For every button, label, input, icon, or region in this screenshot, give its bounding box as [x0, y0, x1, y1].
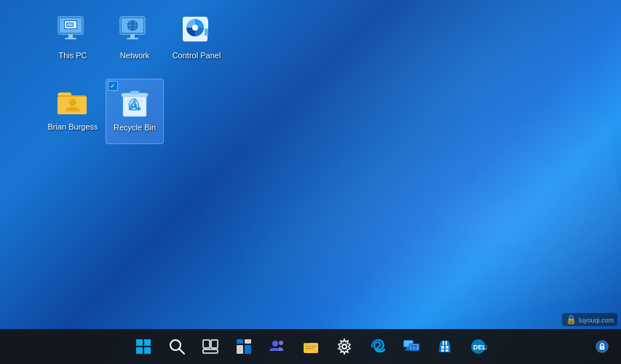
icon-row-2: Brian Burgess ✓ [44, 79, 226, 144]
brian-burgess-label: Brian Burgess [47, 122, 98, 132]
edge-icon [368, 336, 388, 357]
control-panel-label: Control Panel [173, 51, 221, 60]
widgets-button[interactable] [228, 331, 260, 363]
this-pc-label: This PC [58, 51, 87, 60]
svg-rect-65 [446, 346, 448, 349]
site-watermark: 🔒 luyouqi.com [562, 313, 617, 326]
desktop-icons-container: This PC [44, 7, 226, 144]
desktop-icon-this-pc[interactable]: This PC [44, 7, 102, 73]
search-button[interactable] [161, 331, 193, 363]
file-explorer-button[interactable] [295, 331, 327, 363]
svg-point-27 [69, 99, 76, 106]
svg-text:♻: ♻ [130, 100, 138, 111]
svg-rect-11 [130, 34, 135, 38]
teams-icon [267, 336, 288, 357]
desktop-icon-control-panel[interactable]: Control Panel [167, 7, 226, 73]
svg-rect-3 [68, 34, 73, 38]
network-icon-image [117, 13, 152, 48]
svg-rect-46 [245, 345, 251, 354]
recycle-bin-checkmark: ✓ [108, 81, 118, 91]
taskbar-tray [589, 333, 615, 360]
svg-rect-42 [203, 349, 218, 353]
site-text: luyouqi.com [579, 317, 614, 324]
lock-icon [595, 339, 609, 354]
svg-text:DELL: DELL [473, 344, 487, 351]
task-view-icon [200, 336, 221, 357]
svg-rect-8 [67, 23, 73, 26]
remote-desktop-icon [401, 336, 422, 357]
icon-row-1: This PC [44, 7, 226, 73]
svg-rect-44 [245, 339, 251, 344]
svg-rect-45 [237, 345, 243, 354]
desktop: This PC [0, 0, 621, 364]
start-button[interactable] [127, 331, 159, 363]
desktop-icon-brian-burgess[interactable]: Brian Burgess [44, 79, 102, 144]
svg-point-72 [601, 347, 603, 349]
taskbar-items: DELL [127, 331, 494, 363]
settings-icon [334, 336, 355, 357]
svg-point-47 [272, 341, 278, 347]
start-icon [133, 336, 154, 357]
svg-point-22 [192, 25, 198, 31]
svg-point-52 [342, 344, 347, 349]
recycle-bin-label: Recycle Bin [114, 123, 156, 132]
svg-rect-35 [144, 339, 151, 346]
svg-point-48 [279, 341, 283, 345]
svg-rect-62 [443, 341, 444, 345]
desktop-icon-recycle-bin[interactable]: ✓ [106, 79, 164, 144]
svg-rect-4 [65, 38, 76, 39]
svg-rect-67 [446, 349, 448, 352]
control-panel-icon-image [179, 13, 214, 48]
teams-button[interactable] [261, 331, 293, 363]
svg-rect-12 [127, 38, 138, 39]
svg-rect-60 [414, 345, 417, 347]
svg-rect-63 [446, 341, 447, 345]
svg-rect-51 [305, 348, 314, 349]
edge-button[interactable] [362, 331, 394, 363]
store-icon [435, 336, 455, 357]
svg-rect-40 [203, 340, 210, 348]
lock-icon-tray[interactable] [589, 333, 615, 360]
svg-rect-24 [205, 28, 208, 36]
this-pc-icon-image [55, 13, 90, 48]
dell-button[interactable]: DELL [462, 331, 494, 363]
svg-rect-50 [305, 346, 317, 347]
desktop-icon-network[interactable]: Network [106, 7, 164, 73]
svg-rect-34 [136, 339, 143, 346]
widgets-icon [234, 336, 254, 357]
svg-rect-41 [211, 340, 218, 348]
recycle-bin-icon-image: ♻ [117, 85, 152, 120]
svg-line-39 [179, 349, 184, 354]
svg-rect-59 [411, 345, 414, 347]
network-label: Network [120, 51, 149, 60]
settings-button[interactable] [328, 331, 360, 363]
svg-rect-37 [144, 347, 151, 354]
remote-desktop-button[interactable] [395, 331, 427, 363]
file-explorer-icon [301, 336, 321, 357]
task-view-button[interactable] [194, 331, 226, 363]
svg-rect-43 [237, 339, 243, 344]
brian-burgess-icon-image [55, 84, 90, 119]
dell-icon: DELL [468, 336, 489, 357]
svg-rect-64 [441, 346, 444, 349]
store-button[interactable] [429, 331, 461, 363]
site-icon: 🔒 [566, 314, 577, 325]
search-icon [167, 336, 187, 357]
svg-rect-30 [130, 91, 139, 94]
svg-rect-61 [411, 348, 417, 349]
taskbar: DELL [0, 329, 621, 364]
svg-rect-36 [136, 347, 143, 354]
svg-rect-66 [441, 349, 444, 352]
